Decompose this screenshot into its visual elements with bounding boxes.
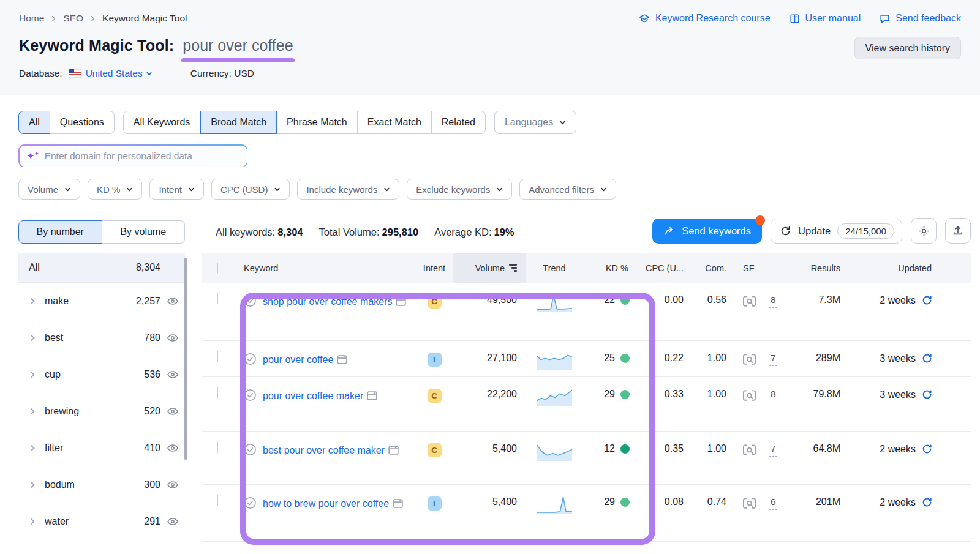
circle-check-icon[interactable]: [244, 496, 257, 509]
column-header-keyword[interactable]: Keyword: [236, 263, 415, 273]
column-header-updated[interactable]: Updated: [845, 263, 971, 273]
table-settings-button[interactable]: [911, 218, 937, 244]
eye-icon[interactable]: [167, 406, 179, 416]
serp-features-icon[interactable]: [742, 353, 756, 365]
domain-input[interactable]: [45, 151, 239, 162]
group-item-water[interactable]: water 291: [18, 503, 185, 540]
intent-badge[interactable]: I: [428, 353, 442, 367]
filter-chip-advanced-filters[interactable]: Advanced filters: [519, 179, 616, 200]
intent-badge[interactable]: C: [428, 443, 442, 457]
sf-count-link[interactable]: 7: [769, 443, 777, 457]
send-keywords-button[interactable]: Send keywords: [652, 219, 762, 244]
sf-count-link[interactable]: 8: [769, 389, 777, 402]
breadcrumb-seo[interactable]: SEO: [63, 13, 83, 24]
eye-icon[interactable]: [167, 296, 179, 306]
serp-features-icon[interactable]: [742, 389, 756, 402]
user-manual-link[interactable]: User manual: [789, 13, 861, 24]
keyword-research-course-link[interactable]: Keyword Research course: [638, 12, 771, 24]
tab-all[interactable]: All: [18, 111, 50, 134]
intent-badge[interactable]: I: [428, 496, 442, 511]
update-button[interactable]: Update 24/15,000: [771, 219, 902, 244]
sidebar-scrollbar[interactable]: [184, 258, 187, 460]
column-header-volume[interactable]: Volume: [453, 253, 526, 283]
filter-chip-exclude-keywords[interactable]: Exclude keywords: [407, 179, 512, 200]
eye-icon[interactable]: [167, 443, 179, 453]
eye-icon[interactable]: [167, 517, 179, 526]
serp-page-icon[interactable]: [393, 499, 403, 508]
serp-page-icon[interactable]: [337, 355, 347, 364]
database-selector[interactable]: United States: [86, 68, 153, 79]
circle-check-icon[interactable]: [244, 443, 257, 456]
intent-badge[interactable]: C: [428, 294, 442, 309]
sf-count-link[interactable]: 7: [769, 353, 777, 366]
sort-toggle-by-number[interactable]: By number: [18, 220, 102, 244]
chevron-right-icon: [89, 15, 96, 22]
column-header-cpc[interactable]: CPC (U...: [637, 263, 688, 273]
tab-related[interactable]: Related: [432, 111, 486, 134]
serp-features-icon[interactable]: [742, 295, 756, 307]
filter-chip-kd-[interactable]: KD %: [88, 179, 142, 200]
group-item-filter[interactable]: filter 410: [18, 430, 185, 466]
circle-check-icon[interactable]: [244, 389, 257, 402]
filter-chip-volume[interactable]: Volume: [18, 179, 80, 200]
serp-page-icon[interactable]: [396, 297, 406, 306]
sf-count-link[interactable]: 6: [769, 496, 777, 510]
row-checkbox[interactable]: [217, 351, 218, 362]
row-checkbox[interactable]: [217, 293, 218, 304]
languages-dropdown[interactable]: Languages: [494, 111, 576, 134]
serp-features-icon[interactable]: [742, 444, 756, 456]
select-all-checkbox[interactable]: [217, 263, 218, 274]
tab-broad-match[interactable]: Broad Match: [200, 111, 277, 134]
group-item-make[interactable]: make 2,257: [18, 283, 185, 320]
circle-check-icon[interactable]: [244, 294, 257, 307]
column-header-trend[interactable]: Trend: [526, 263, 583, 273]
refresh-icon[interactable]: [921, 389, 933, 400]
sf-count-link[interactable]: 8: [769, 294, 777, 308]
tab-exact-match[interactable]: Exact Match: [358, 111, 432, 134]
group-item-brewing[interactable]: brewing 520: [18, 393, 185, 430]
breadcrumb-home[interactable]: Home: [19, 13, 44, 24]
intent-badge[interactable]: C: [428, 389, 442, 403]
filter-chip-intent[interactable]: Intent: [149, 179, 204, 200]
filter-chip-include-keywords[interactable]: Include keywords: [297, 179, 399, 200]
eye-icon[interactable]: [167, 370, 179, 380]
volume-value: 5,400: [453, 485, 526, 507]
serp-page-icon[interactable]: [388, 446, 399, 455]
sort-toggle-by-volume[interactable]: By volume: [102, 220, 186, 244]
eye-icon[interactable]: [167, 480, 179, 490]
group-item-best[interactable]: best 780: [18, 320, 185, 356]
tab-questions[interactable]: Questions: [50, 111, 115, 134]
row-checkbox[interactable]: [217, 495, 218, 506]
refresh-icon[interactable]: [921, 443, 933, 455]
refresh-icon[interactable]: [921, 353, 933, 364]
refresh-icon[interactable]: [921, 294, 933, 306]
keyword-link[interactable]: pour over coffee maker: [263, 387, 377, 404]
keyword-link[interactable]: pour over coffee: [263, 351, 347, 368]
refresh-icon: [780, 225, 791, 237]
row-checkbox[interactable]: [217, 387, 218, 399]
export-button[interactable]: [945, 218, 971, 244]
chevron-down-icon: [600, 186, 607, 193]
column-header-results[interactable]: Results: [790, 263, 845, 273]
group-item-all[interactable]: All 8,304: [18, 253, 185, 283]
column-header-intent[interactable]: Intent: [415, 263, 453, 273]
keyword-link[interactable]: shop pour over coffee makers: [263, 293, 406, 310]
eye-icon[interactable]: [167, 333, 179, 343]
keyword-link[interactable]: best pour over coffee maker: [263, 442, 399, 459]
column-header-sf[interactable]: SF: [735, 263, 790, 273]
keyword-link[interactable]: how to brew pour over coffee: [263, 495, 403, 512]
column-header-com[interactable]: Com.: [688, 263, 735, 273]
group-item-cup[interactable]: cup 536: [18, 356, 185, 393]
tab-all-keywords[interactable]: All Keywords: [123, 111, 200, 134]
circle-check-icon[interactable]: [244, 353, 257, 365]
filter-chip-cpc-usd-[interactable]: CPC (USD): [211, 179, 290, 200]
serp-page-icon[interactable]: [367, 391, 377, 400]
row-checkbox[interactable]: [217, 441, 218, 453]
group-item-bodum[interactable]: bodum 300: [18, 466, 185, 503]
refresh-icon[interactable]: [921, 496, 933, 508]
send-feedback-link[interactable]: Send feedback: [879, 13, 961, 24]
column-header-kd[interactable]: KD %: [583, 263, 637, 273]
view-search-history-button[interactable]: View search history: [854, 37, 961, 59]
tab-phrase-match[interactable]: Phrase Match: [277, 111, 358, 134]
serp-features-icon[interactable]: [742, 497, 756, 509]
